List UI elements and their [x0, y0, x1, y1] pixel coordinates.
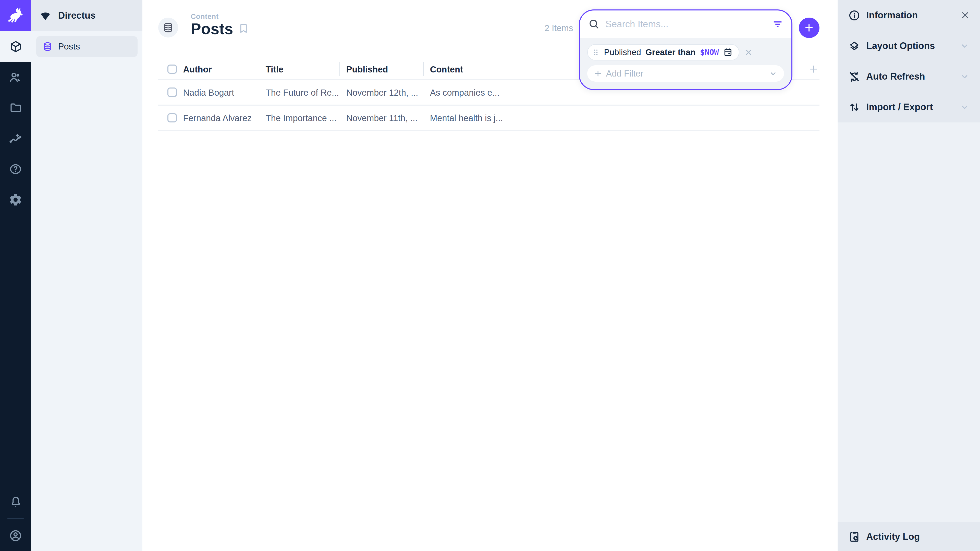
add-item-button[interactable] [799, 17, 819, 38]
sidebar-section-layout-options[interactable]: Layout Options [838, 30, 980, 61]
filter-chip-row: Published Greater than $NOW [587, 44, 784, 60]
filter-area: Published Greater than $NOW [580, 38, 792, 89]
cell-published: November 11th, ... [346, 113, 417, 123]
chevron-down-icon[interactable] [959, 71, 970, 82]
filter-chip[interactable]: Published Greater than $NOW [587, 44, 739, 60]
chevron-down-icon[interactable] [768, 69, 778, 78]
cell-content: Mental health is j... [430, 113, 503, 123]
module-bar [0, 0, 31, 551]
activity-log-label: Activity Log [866, 531, 920, 542]
sidebar-section-auto-refresh[interactable]: Auto Refresh [838, 61, 980, 92]
plus-icon [593, 69, 602, 78]
gear-icon [9, 193, 22, 206]
directus-logo[interactable] [0, 0, 31, 31]
database-icon [43, 41, 52, 52]
select-cell [158, 113, 183, 123]
activity-log-button[interactable]: Activity Log [838, 522, 980, 551]
user-circle-icon [9, 529, 22, 543]
main-content: Content Posts 2 Items [142, 0, 837, 551]
clipboard-clock-icon [848, 530, 861, 543]
column-header-label: Content [430, 65, 463, 74]
project-name: Directus [58, 10, 96, 21]
insights-icon [9, 132, 22, 145]
module-item-user-directory[interactable] [0, 62, 31, 92]
filter-operator[interactable]: Greater than [646, 48, 696, 57]
section-label: Layout Options [866, 41, 935, 51]
row-checkbox[interactable] [167, 113, 177, 123]
section-label: Information [866, 10, 918, 21]
project-header[interactable]: Directus [31, 0, 142, 31]
search-filter-popover: Published Greater than $NOW [579, 10, 793, 90]
cell-author: Fernanda Alvarez [183, 113, 252, 123]
cell-title: The Future of Re... [266, 88, 339, 97]
column-header-label: Published [346, 65, 388, 74]
column-header-title[interactable]: Title [259, 64, 339, 75]
table-row[interactable]: Fernanda Alvarez The Importance ... Nove… [158, 106, 819, 131]
module-item-insights[interactable] [0, 123, 31, 154]
folder-icon [9, 101, 22, 114]
box-icon [9, 40, 22, 53]
bookmark-icon[interactable] [238, 22, 250, 35]
section-label: Auto Refresh [866, 71, 925, 82]
chevron-down-icon[interactable] [959, 102, 970, 113]
search-row [580, 11, 792, 38]
module-item-settings[interactable] [0, 184, 31, 215]
select-all-cell [158, 65, 183, 74]
module-item-account[interactable] [0, 520, 31, 551]
plus-icon [808, 64, 819, 75]
rabbit-icon [6, 6, 25, 25]
people-icon [9, 70, 22, 84]
sidebar-section-information[interactable]: Information [838, 0, 980, 30]
module-bar-divider [7, 518, 24, 519]
calendar-icon[interactable] [723, 48, 733, 57]
drag-handle-icon[interactable] [592, 48, 600, 57]
sync-disabled-icon [848, 70, 861, 83]
column-header-label: Title [266, 65, 283, 74]
right-sidebar: Information Layout Options [838, 0, 980, 551]
import-export-icon [848, 101, 861, 114]
filter-icon[interactable] [772, 19, 783, 30]
row-checkbox[interactable] [167, 87, 177, 97]
filter-remove-icon[interactable] [744, 48, 753, 57]
right-sidebar-spacer [838, 122, 980, 522]
module-item-file-library[interactable] [0, 92, 31, 123]
sidebar-item-label: Posts [58, 41, 80, 52]
column-header-author[interactable]: Author [183, 64, 259, 75]
sidebar-item-posts[interactable]: Posts [36, 36, 138, 57]
collections-list: Posts [31, 31, 142, 62]
page-title: Posts [191, 20, 233, 38]
chevron-down-icon[interactable] [959, 41, 970, 51]
items-count: 2 Items [544, 23, 573, 33]
column-header-label: Author [183, 65, 212, 74]
fan-icon [39, 9, 52, 22]
cell-title: The Importance ... [266, 113, 337, 123]
search-input[interactable] [605, 19, 767, 30]
add-filter-button[interactable]: Add Filter [587, 65, 784, 82]
plus-icon [803, 22, 815, 33]
sidebar-section-import-export[interactable]: Import / Export [838, 92, 980, 122]
collection-icon-button[interactable] [158, 17, 178, 38]
filter-field[interactable]: Published [604, 48, 641, 57]
filter-value[interactable]: $NOW [700, 48, 719, 57]
column-header-content[interactable]: Content [423, 64, 504, 75]
section-label: Import / Export [866, 102, 933, 113]
navigation-sidebar: Directus Posts [31, 0, 142, 551]
layers-icon [848, 40, 861, 52]
select-all-checkbox[interactable] [167, 65, 177, 74]
cell-published: November 12th, ... [346, 88, 418, 97]
column-header-published[interactable]: Published [339, 64, 423, 75]
info-icon [848, 9, 861, 22]
breadcrumb[interactable]: Content [191, 13, 219, 21]
add-column-button[interactable] [808, 64, 819, 75]
module-item-help[interactable] [0, 154, 31, 184]
add-filter-label: Add Filter [606, 68, 644, 79]
database-icon [162, 22, 174, 33]
module-item-content[interactable] [0, 31, 31, 62]
close-icon[interactable] [960, 10, 970, 20]
help-circle-icon [9, 162, 22, 176]
select-cell [158, 87, 183, 97]
search-icon [588, 18, 600, 30]
module-item-notifications[interactable] [0, 487, 31, 517]
directus-app: Directus Posts [0, 0, 980, 551]
cell-author: Nadia Bogart [183, 88, 234, 97]
